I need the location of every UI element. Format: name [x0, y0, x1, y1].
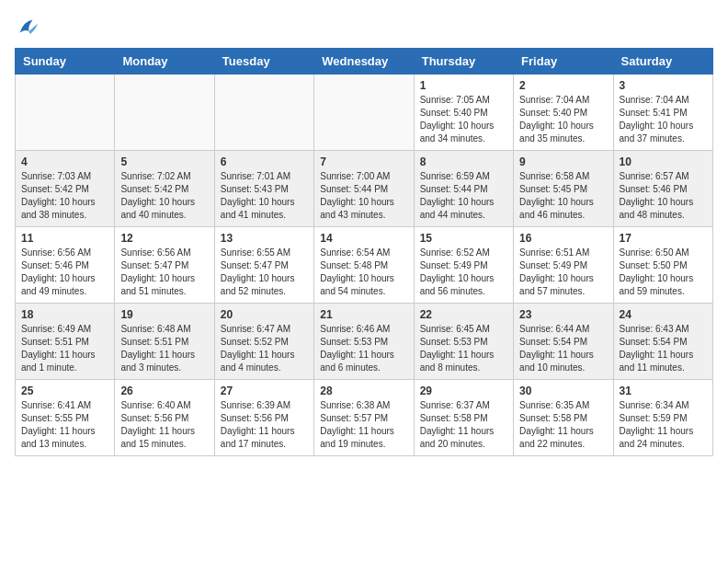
day-info: Sunrise: 7:01 AMSunset: 5:43 PMDaylight:…: [221, 170, 308, 222]
day-number: 24: [620, 308, 707, 321]
calendar-day-cell: 23Sunrise: 6:44 AMSunset: 5:54 PMDayligh…: [514, 304, 613, 380]
day-number: 8: [420, 155, 507, 168]
day-number: 26: [120, 385, 208, 397]
calendar-day-cell: [115, 75, 214, 151]
day-info: Sunrise: 6:35 AMSunset: 5:58 PMDaylight:…: [519, 399, 607, 451]
day-number: 25: [21, 385, 108, 397]
day-info: Sunrise: 6:49 AMSunset: 5:51 PMDaylight:…: [21, 323, 108, 374]
calendar-day-cell: 4Sunrise: 7:03 AMSunset: 5:42 PMDaylight…: [16, 151, 115, 227]
calendar-day-cell: 18Sunrise: 6:49 AMSunset: 5:51 PMDayligh…: [16, 304, 115, 380]
logo: [15, 15, 44, 40]
day-number: 4: [21, 155, 108, 168]
day-info: Sunrise: 6:34 AMSunset: 5:59 PMDaylight:…: [620, 399, 707, 451]
calendar-day-cell: 16Sunrise: 6:51 AMSunset: 5:49 PMDayligh…: [514, 227, 613, 304]
weekday-header-thursday: Thursday: [414, 49, 513, 75]
day-info: Sunrise: 6:41 AMSunset: 5:55 PMDaylight:…: [21, 399, 108, 451]
calendar-day-cell: 20Sunrise: 6:47 AMSunset: 5:52 PMDayligh…: [214, 304, 313, 380]
calendar-day-cell: 8Sunrise: 6:59 AMSunset: 5:44 PMDaylight…: [414, 151, 513, 227]
calendar-day-cell: [314, 75, 414, 151]
day-info: Sunrise: 6:46 AMSunset: 5:53 PMDaylight:…: [320, 323, 407, 374]
day-info: Sunrise: 6:45 AMSunset: 5:53 PMDaylight:…: [420, 323, 507, 374]
day-info: Sunrise: 6:44 AMSunset: 5:54 PMDaylight:…: [519, 323, 607, 374]
day-info: Sunrise: 6:47 AMSunset: 5:52 PMDaylight:…: [221, 323, 308, 374]
day-number: 7: [320, 155, 407, 168]
day-info: Sunrise: 6:57 AMSunset: 5:46 PMDaylight:…: [620, 170, 707, 222]
day-info: Sunrise: 6:38 AMSunset: 5:57 PMDaylight:…: [320, 399, 407, 451]
day-number: 16: [519, 232, 607, 245]
weekday-header-monday: Monday: [115, 49, 214, 75]
calendar-day-cell: 2Sunrise: 7:04 AMSunset: 5:40 PMDaylight…: [514, 75, 613, 151]
day-info: Sunrise: 6:48 AMSunset: 5:51 PMDaylight:…: [120, 323, 208, 374]
day-info: Sunrise: 6:43 AMSunset: 5:54 PMDaylight:…: [620, 323, 707, 374]
day-info: Sunrise: 7:03 AMSunset: 5:42 PMDaylight:…: [21, 170, 108, 222]
page-header: [15, 15, 713, 40]
day-number: 10: [620, 155, 707, 168]
day-info: Sunrise: 6:50 AMSunset: 5:50 PMDaylight:…: [620, 247, 707, 298]
day-number: 6: [221, 155, 308, 168]
calendar-day-cell: 11Sunrise: 6:56 AMSunset: 5:46 PMDayligh…: [16, 227, 115, 304]
calendar-day-cell: 24Sunrise: 6:43 AMSunset: 5:54 PMDayligh…: [613, 304, 712, 380]
calendar-day-cell: 21Sunrise: 6:46 AMSunset: 5:53 PMDayligh…: [314, 304, 414, 380]
day-number: 2: [519, 79, 607, 92]
weekday-header-saturday: Saturday: [613, 49, 712, 75]
day-number: 1: [420, 79, 507, 92]
calendar-day-cell: 15Sunrise: 6:52 AMSunset: 5:49 PMDayligh…: [414, 227, 513, 304]
weekday-header-wednesday: Wednesday: [314, 49, 414, 75]
day-number: 28: [320, 385, 407, 397]
day-info: Sunrise: 6:58 AMSunset: 5:45 PMDaylight:…: [519, 170, 607, 222]
calendar-week-row-1: 1Sunrise: 7:05 AMSunset: 5:40 PMDaylight…: [16, 75, 713, 151]
calendar-day-cell: 5Sunrise: 7:02 AMSunset: 5:42 PMDaylight…: [115, 151, 214, 227]
day-number: 23: [519, 308, 607, 321]
day-info: Sunrise: 6:59 AMSunset: 5:44 PMDaylight:…: [420, 170, 507, 222]
calendar-week-row-4: 18Sunrise: 6:49 AMSunset: 5:51 PMDayligh…: [16, 304, 713, 380]
calendar-week-row-5: 25Sunrise: 6:41 AMSunset: 5:55 PMDayligh…: [16, 380, 713, 456]
calendar-day-cell: 1Sunrise: 7:05 AMSunset: 5:40 PMDaylight…: [414, 75, 513, 151]
day-info: Sunrise: 7:02 AMSunset: 5:42 PMDaylight:…: [120, 170, 208, 222]
day-number: 9: [519, 155, 607, 168]
day-info: Sunrise: 7:04 AMSunset: 5:40 PMDaylight:…: [519, 94, 607, 145]
day-number: 11: [21, 232, 108, 245]
calendar-day-cell: 31Sunrise: 6:34 AMSunset: 5:59 PMDayligh…: [613, 380, 712, 456]
day-number: 22: [420, 308, 507, 321]
day-number: 14: [320, 232, 407, 245]
calendar-day-cell: 22Sunrise: 6:45 AMSunset: 5:53 PMDayligh…: [414, 304, 513, 380]
day-info: Sunrise: 7:00 AMSunset: 5:44 PMDaylight:…: [320, 170, 407, 222]
calendar-day-cell: 3Sunrise: 7:04 AMSunset: 5:41 PMDaylight…: [613, 75, 712, 151]
calendar-week-row-2: 4Sunrise: 7:03 AMSunset: 5:42 PMDaylight…: [16, 151, 713, 227]
day-number: 21: [320, 308, 407, 321]
day-number: 18: [21, 308, 108, 321]
day-info: Sunrise: 6:40 AMSunset: 5:56 PMDaylight:…: [120, 399, 208, 451]
calendar-day-cell: 25Sunrise: 6:41 AMSunset: 5:55 PMDayligh…: [16, 380, 115, 456]
calendar-day-cell: 14Sunrise: 6:54 AMSunset: 5:48 PMDayligh…: [314, 227, 414, 304]
day-number: 13: [221, 232, 308, 245]
calendar-day-cell: 6Sunrise: 7:01 AMSunset: 5:43 PMDaylight…: [214, 151, 313, 227]
calendar-day-cell: 12Sunrise: 6:56 AMSunset: 5:47 PMDayligh…: [115, 227, 214, 304]
day-info: Sunrise: 7:04 AMSunset: 5:41 PMDaylight:…: [620, 94, 707, 145]
calendar-table: SundayMondayTuesdayWednesdayThursdayFrid…: [15, 48, 713, 456]
day-info: Sunrise: 6:52 AMSunset: 5:49 PMDaylight:…: [420, 247, 507, 298]
calendar-day-cell: 10Sunrise: 6:57 AMSunset: 5:46 PMDayligh…: [613, 151, 712, 227]
logo-bird-icon: [15, 15, 40, 40]
day-number: 20: [221, 308, 308, 321]
day-number: 27: [221, 385, 308, 397]
day-info: Sunrise: 6:56 AMSunset: 5:46 PMDaylight:…: [21, 247, 108, 298]
day-number: 19: [120, 308, 208, 321]
calendar-day-cell: 30Sunrise: 6:35 AMSunset: 5:58 PMDayligh…: [514, 380, 613, 456]
day-number: 31: [620, 385, 707, 397]
calendar-day-cell: 13Sunrise: 6:55 AMSunset: 5:47 PMDayligh…: [214, 227, 313, 304]
day-info: Sunrise: 6:55 AMSunset: 5:47 PMDaylight:…: [221, 247, 308, 298]
calendar-day-cell: 9Sunrise: 6:58 AMSunset: 5:45 PMDaylight…: [514, 151, 613, 227]
day-number: 12: [120, 232, 208, 245]
day-info: Sunrise: 6:39 AMSunset: 5:56 PMDaylight:…: [221, 399, 308, 451]
day-info: Sunrise: 7:05 AMSunset: 5:40 PMDaylight:…: [420, 94, 507, 145]
weekday-header-tuesday: Tuesday: [214, 49, 313, 75]
calendar-day-cell: 7Sunrise: 7:00 AMSunset: 5:44 PMDaylight…: [314, 151, 414, 227]
calendar-day-cell: 19Sunrise: 6:48 AMSunset: 5:51 PMDayligh…: [115, 304, 214, 380]
weekday-header-friday: Friday: [514, 49, 613, 75]
weekday-header-sunday: Sunday: [16, 49, 115, 75]
day-info: Sunrise: 6:54 AMSunset: 5:48 PMDaylight:…: [320, 247, 407, 298]
calendar-day-cell: 29Sunrise: 6:37 AMSunset: 5:58 PMDayligh…: [414, 380, 513, 456]
day-number: 30: [519, 385, 607, 397]
weekday-header-row: SundayMondayTuesdayWednesdayThursdayFrid…: [16, 49, 713, 75]
day-number: 17: [620, 232, 707, 245]
